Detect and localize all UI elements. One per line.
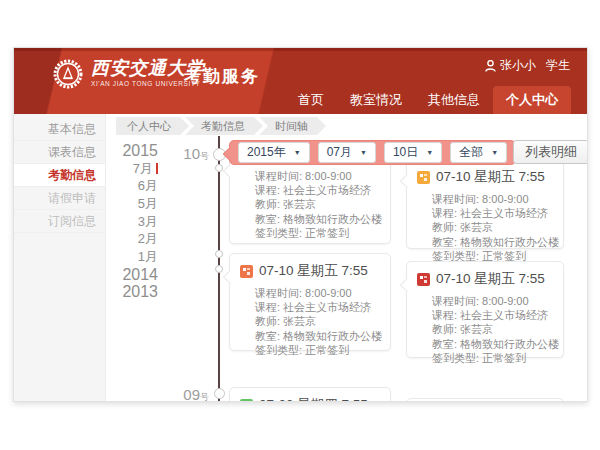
nav-item-home[interactable]: 首页 — [285, 86, 337, 114]
card-tail — [400, 174, 414, 188]
chevron-down-icon: ▼ — [426, 149, 433, 156]
card-date: 07-10 星期五 7:55 — [436, 270, 545, 288]
app-window: 西安交通大学 XI'AN JIAO TONG UNIVERSITY 考勤服务 张… — [13, 47, 588, 402]
year-dropdown[interactable]: 2015年▼ — [238, 142, 310, 163]
card-header: 07-10 星期五 7:55 — [417, 168, 555, 186]
status-icon-flame — [240, 265, 253, 278]
sidebar-item-attendance-info[interactable]: 考勤信息 — [14, 164, 105, 187]
card-field: 教室: 格物致知行政办公楼 — [240, 329, 382, 343]
card-tail — [400, 278, 414, 292]
day-dropdown[interactable]: 10日▼ — [384, 142, 442, 163]
breadcrumb-personal-center[interactable]: 个人中心 — [116, 117, 180, 135]
nav-item-other-info[interactable]: 其他信息 — [415, 86, 493, 114]
timeline-period-list: 2015 7月 6月 5月 3月 2月 1月 2014 2013 — [108, 142, 158, 301]
filter-bar-tail — [223, 147, 237, 161]
university-logo-icon — [53, 59, 83, 89]
breadcrumb-timeline[interactable]: 时间轴 — [259, 117, 317, 135]
card-field: 课程: 社会主义市场经济 — [240, 183, 382, 197]
timeline-node — [214, 388, 225, 399]
card-field: 课程: 社会主义市场经济 — [417, 206, 555, 220]
timeline-period[interactable]: 6月 — [108, 177, 158, 195]
app-header: 西安交通大学 XI'AN JIAO TONG UNIVERSITY 考勤服务 张… — [14, 48, 587, 114]
status-icon-red — [417, 273, 430, 286]
card-header: 07-10 星期五 7:55 — [417, 270, 555, 288]
card-field: 教师: 张芸京 — [417, 220, 555, 234]
card-date: 07-10 星期五 7:55 — [259, 262, 368, 280]
card-header: 07-09 星期四 7:55 — [240, 396, 382, 402]
card-field: 课程时间: 8:00-9:00 — [417, 294, 555, 308]
card-field: 课程时间: 8:00-9:00 — [240, 286, 382, 300]
content-area: 基本信息 课表信息 考勤信息 请假申请 订阅信息 个人中心 考勤信息 时间轴 2… — [14, 114, 588, 402]
sidebar-item-subscription-info[interactable]: 订阅信息 — [14, 210, 105, 233]
main-nav: 首页 教室情况 其他信息 个人中心 — [285, 86, 571, 114]
attendance-card[interactable] — [406, 398, 564, 402]
card-field: 教室: 格物致知行政办公楼 — [417, 235, 555, 249]
timeline-node — [215, 265, 223, 273]
user-name: 张小小 — [500, 57, 536, 74]
month-dropdown[interactable]: 07月▼ — [318, 142, 376, 163]
sidebar: 基本信息 课表信息 考勤信息 请假申请 订阅信息 — [14, 114, 106, 402]
nav-item-personal-center[interactable]: 个人中心 — [493, 86, 571, 114]
card-field: 签到类型: 正常签到 — [240, 343, 382, 357]
attendance-card[interactable]: 07-10 星期五 7:55课程时间: 8:00-9:00课程: 社会主义市场经… — [406, 159, 564, 249]
sidebar-item-basic-info[interactable]: 基本信息 — [14, 118, 105, 141]
sidebar-item-leave-request[interactable]: 请假申请 — [14, 187, 105, 210]
page-title: 考勤服务 — [184, 65, 260, 88]
card-field: 教师: 张芸京 — [240, 197, 382, 211]
card-field: 签到类型: 正常签到 — [417, 351, 555, 365]
attendance-card[interactable]: 07-10 星期五 7:55课程时间: 8:00-9:00课程: 社会主义市场经… — [229, 253, 391, 351]
card-field: 课程时间: 8:00-9:00 — [240, 169, 382, 183]
timeline-period[interactable]: 5月 — [108, 195, 158, 213]
breadcrumb: 个人中心 考勤信息 时间轴 — [116, 117, 322, 135]
timeline-period[interactable]: 3月 — [108, 213, 158, 231]
chevron-down-icon: ▼ — [360, 149, 367, 156]
breadcrumb-attendance-info[interactable]: 考勤信息 — [185, 117, 254, 135]
status-icon-green — [240, 399, 253, 403]
card-field: 教室: 格物致知行政办公楼 — [240, 212, 382, 226]
card-header: 07-10 星期五 7:55 — [240, 262, 382, 280]
nav-item-classrooms[interactable]: 教室情况 — [337, 86, 415, 114]
timeline-day-label: 09号 — [161, 386, 209, 402]
card-date: 07-09 星期四 7:55 — [259, 396, 368, 402]
user-role: 学生 — [546, 57, 570, 74]
chevron-down-icon: ▼ — [491, 149, 498, 156]
card-field: 教室: 格物致知行政办公楼 — [417, 337, 555, 351]
card-date: 07-10 星期五 7:55 — [436, 168, 545, 186]
timeline-day-label: 10号 — [161, 145, 209, 163]
type-dropdown[interactable]: 全部▼ — [450, 142, 507, 163]
list-detail-button[interactable]: 列表明细 — [513, 140, 588, 164]
status-icon-orange — [417, 171, 430, 184]
timeline-period[interactable]: 2014 — [108, 266, 158, 284]
timeline-period[interactable]: 2月 — [108, 230, 158, 248]
person-icon — [485, 60, 496, 72]
timeline-node — [215, 250, 223, 258]
filter-bar: 2015年▼ 07月▼ 10日▼ 全部▼ — [229, 140, 516, 165]
card-tail — [223, 164, 237, 178]
attendance-card[interactable]: 07-10 星期五 7:55课程时间: 8:00-9:00课程: 社会主义市场经… — [406, 261, 564, 358]
timeline-period[interactable]: 2013 — [108, 284, 158, 302]
attendance-card[interactable]: 07-09 星期四 7:55 — [229, 387, 391, 402]
user-info[interactable]: 张小小 学生 — [485, 57, 570, 74]
card-field: 课程时间: 8:00-9:00 — [417, 192, 555, 206]
timeline-period-current[interactable]: 7月 — [108, 160, 158, 178]
card-field: 签到类型: 正常签到 — [240, 226, 382, 240]
timeline-period[interactable]: 2015 — [108, 142, 158, 160]
card-field: 教师: 张芸京 — [417, 322, 555, 336]
sidebar-item-schedule-info[interactable]: 课表信息 — [14, 141, 105, 164]
current-month-marker — [156, 163, 158, 174]
timeline-period[interactable]: 1月 — [108, 248, 158, 266]
card-tail — [223, 270, 237, 284]
chevron-down-icon: ▼ — [294, 149, 301, 156]
card-field: 课程: 社会主义市场经济 — [417, 308, 555, 322]
card-field: 教师: 张芸京 — [240, 314, 382, 328]
card-field: 课程: 社会主义市场经济 — [240, 300, 382, 314]
